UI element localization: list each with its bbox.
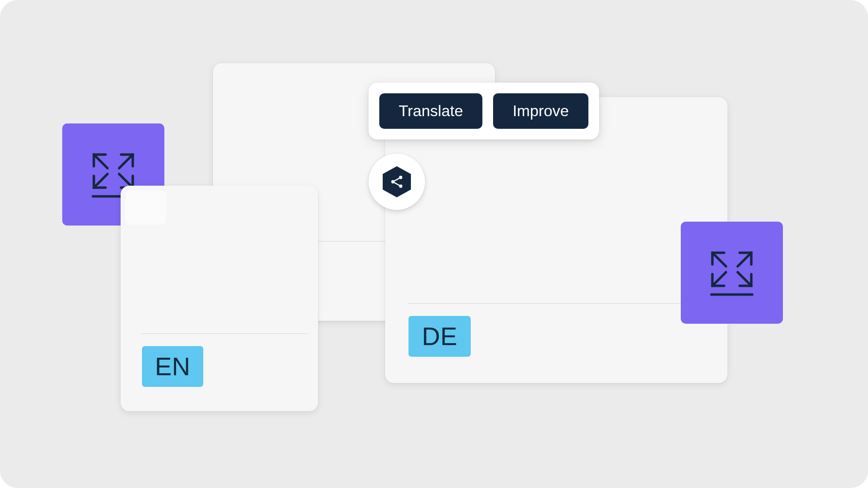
card-de-divider [408,303,704,304]
translate-button[interactable]: Translate [379,93,482,129]
lang-tag-en: EN [142,346,203,387]
share-icon [383,166,411,197]
lang-tag-de: DE [408,316,471,357]
card-en-divider [142,333,308,334]
small-overlay-box [125,191,166,225]
expand-icon [708,247,756,298]
svg-line-4 [393,177,401,182]
lang-tag-de-label: DE [422,322,457,351]
svg-line-5 [393,182,401,186]
expand-box-right [681,222,783,324]
card-de: DE [385,97,727,383]
action-toolbar: Translate Improve [369,83,599,139]
share-badge [369,154,425,210]
improve-button[interactable]: Improve [493,93,588,129]
lang-tag-en-label: EN [155,352,190,381]
diagram-canvas: JA EN DE Translate Improve [0,0,868,488]
